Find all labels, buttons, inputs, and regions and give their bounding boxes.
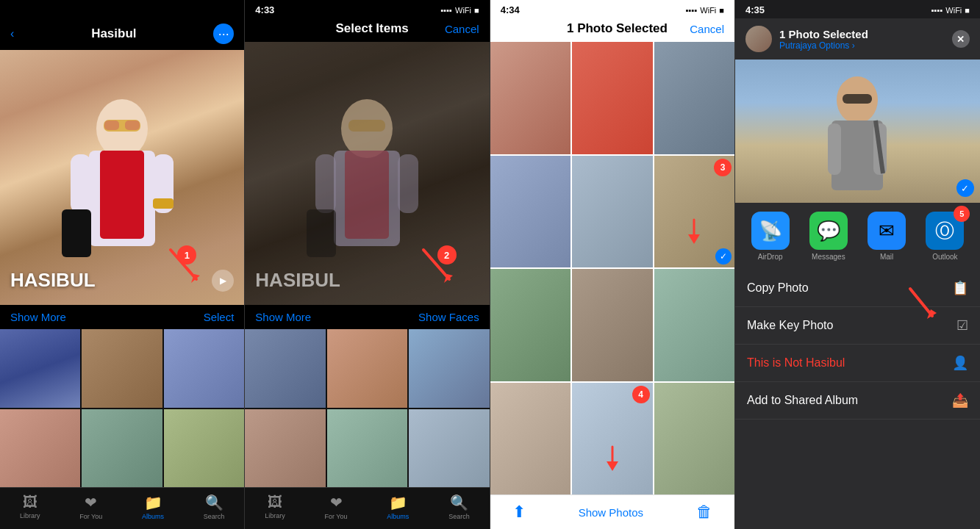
svg-rect-17: [315, 154, 336, 213]
show-photos-label[interactable]: Show Photos: [579, 506, 643, 519]
grid-cell-1-2: [82, 329, 162, 408]
show-more-1[interactable]: Show More: [10, 311, 66, 323]
signal-icon-2: ▪▪▪▪: [440, 6, 452, 15]
tab-search-icon-1: 🔍: [205, 494, 223, 511]
g2c1: [245, 329, 325, 408]
photo-cell-3-1[interactable]: [490, 42, 571, 154]
photo-cell-3-9[interactable]: [654, 269, 734, 381]
photo-cell-3-8[interactable]: [572, 269, 652, 381]
photo-cell-3-2[interactable]: [572, 42, 652, 154]
battery-icon-2: ■: [474, 6, 479, 15]
photo-cell-3-7[interactable]: [490, 269, 571, 381]
copy-photo-label: Copy Photo: [747, 281, 809, 295]
cancel-button-3[interactable]: Cancel: [690, 23, 724, 35]
status-icons-1: ▪▪▪▪ WiFi ■: [181, 4, 234, 18]
airdrop-icon: 📡: [751, 212, 790, 250]
red-arrow-3: [679, 216, 709, 245]
step-badge-5: 5: [954, 206, 970, 222]
action-add-shared[interactable]: Add to Shared Album 📤: [735, 382, 980, 420]
svg-rect-10: [62, 209, 91, 257]
photo-cell-3-3[interactable]: [654, 42, 734, 154]
battery-icon-4: ■: [965, 6, 970, 15]
add-shared-icon: 📤: [952, 392, 968, 409]
copy-photo-icon: 📋: [952, 280, 968, 296]
app-mail[interactable]: ✉ Mail: [868, 212, 906, 261]
signal-icon-1: ▪▪▪▪: [181, 4, 198, 18]
hero-watermark-1: HASIBUL: [10, 269, 96, 292]
avatar-4: [745, 26, 772, 52]
grid-preview-1: [0, 329, 244, 487]
nav-bar-2: Select Items Cancel: [245, 18, 489, 42]
show-faces-button[interactable]: Show Faces: [418, 311, 479, 323]
battery-icon-1: ■: [227, 4, 235, 18]
grid-cell-1-5: [82, 409, 162, 488]
grid-cell-1-3: [164, 329, 244, 408]
time-3: 4:34: [501, 4, 520, 15]
hero-watermark-2: HASIBUL: [255, 269, 340, 292]
panel-4: 4:35 ▪▪▪▪ WiFi ■ 1 Photo Selected Putraj…: [735, 0, 980, 529]
select-button-1[interactable]: Select: [204, 311, 235, 323]
photo-cell-3-10[interactable]: [490, 383, 571, 495]
nav-title-1: Hasibul: [91, 26, 136, 41]
action-not-hasibul[interactable]: This is Not Hasibul 👤: [735, 345, 980, 382]
svg-rect-7: [71, 154, 91, 213]
trash-button-3[interactable]: 🗑: [696, 503, 712, 522]
tab-albums-1[interactable]: 📁 Albums: [142, 494, 164, 520]
photo-cell-3-6[interactable]: ✓ 3: [654, 156, 734, 268]
tab-albums-label-1: Albums: [142, 513, 164, 520]
bottom-bar-1: Show More Select: [0, 305, 244, 329]
share-button-3[interactable]: ⬆: [512, 503, 526, 522]
svg-marker-23: [688, 234, 700, 244]
app-outlook[interactable]: Ⓞ Outlook 5: [926, 212, 964, 261]
panel-2: 4:33 ▪▪▪▪ WiFi ■ Select Items Cancel HAS…: [245, 0, 490, 529]
status-icons-2: ▪▪▪▪ WiFi ■: [440, 6, 479, 15]
cancel-button-2[interactable]: Cancel: [445, 23, 479, 35]
nav-title-2: Select Items: [336, 21, 409, 36]
photo-grid-3: ✓ 3 4: [490, 42, 734, 494]
step-badge-3: 3: [714, 159, 732, 176]
tab-bar-2: 🖼 Library ❤ For You 📁 Albums 🔍 Search: [245, 487, 489, 529]
tab-search-1[interactable]: 🔍 Search: [204, 494, 225, 520]
signal-icon-4: ▪▪▪▪: [931, 6, 943, 15]
action-make-key-photo[interactable]: Make Key Photo ☑: [735, 307, 980, 345]
back-button-1[interactable]: ‹: [10, 27, 14, 40]
tab-foryou-2[interactable]: ❤ For You: [325, 494, 348, 520]
g2c6: [409, 409, 489, 488]
time-4: 4:35: [745, 4, 765, 15]
tab-library-2[interactable]: 🖼 Library: [265, 494, 285, 520]
tab-search-2[interactable]: 🔍 Search: [448, 494, 470, 520]
svg-rect-15: [345, 151, 389, 239]
app-airdrop[interactable]: 📡 AirDrop: [751, 212, 790, 261]
outlook-label: Outlook: [932, 253, 957, 261]
tab-foryou-1[interactable]: ❤ For You: [79, 494, 102, 520]
grid-cell-1-4: [0, 409, 80, 488]
header-text-4: 1 Photo Selected Putrajaya Options ›: [779, 28, 945, 51]
bottom-action-3: ⬆ Show Photos 🗑: [490, 494, 734, 529]
not-hasibul-label: This is Not Hasibul: [747, 356, 845, 370]
header-subtitle-4: Putrajaya Options ›: [779, 40, 945, 51]
header-title-4: 1 Photo Selected: [779, 28, 945, 40]
tab-library-icon-1: 🖼: [23, 494, 37, 511]
t2-foryou-label: For You: [325, 513, 348, 520]
close-button-4[interactable]: ✕: [952, 30, 970, 48]
svg-rect-18: [398, 154, 418, 213]
wifi-icon-3: WiFi: [700, 6, 716, 15]
tab-bar-1: 🖼 Library ❤ For You 📁 Albums 🔍 Search: [0, 487, 244, 529]
t2-search-label: Search: [448, 513, 470, 520]
photo-cell-3-5[interactable]: [572, 156, 652, 268]
tab-albums-2[interactable]: 📁 Albums: [387, 494, 409, 520]
share-header-4: 1 Photo Selected Putrajaya Options › ✕: [735, 18, 980, 60]
tab-library-1[interactable]: 🖼 Library: [20, 494, 40, 520]
photo-cell-3-12[interactable]: [654, 383, 734, 495]
tab-foryou-label-1: For You: [79, 513, 102, 520]
tab-library-label-1: Library: [20, 512, 40, 519]
status-bar-1: 4:33 ▪▪▪▪ WiFi ■: [0, 0, 244, 21]
red-arrow-5: [903, 285, 943, 325]
photo-cell-3-11[interactable]: 4: [572, 383, 652, 495]
photo-cell-3-4[interactable]: [490, 156, 571, 268]
more-button-1[interactable]: ···: [213, 24, 234, 44]
app-messages[interactable]: 💬 Messages: [809, 212, 848, 261]
show-more-2[interactable]: Show More: [255, 311, 311, 323]
action-copy-photo[interactable]: Copy Photo 📋: [735, 270, 980, 307]
battery-icon-3: ■: [719, 6, 724, 15]
